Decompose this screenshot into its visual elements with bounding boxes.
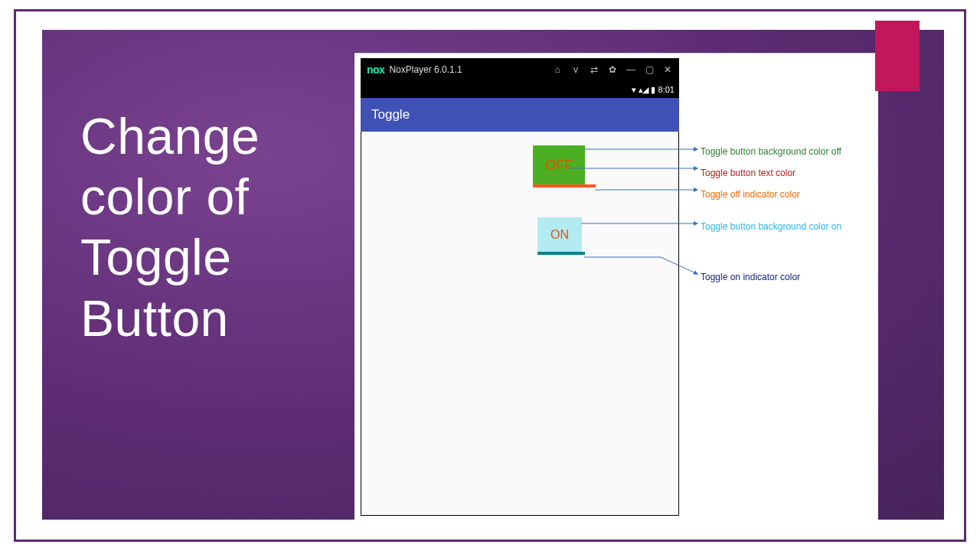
app-body: OFF ON [361, 132, 679, 516]
emulator-titlebar: nox NoxPlayer 6.0.1.1 ⌂ v ⇄ ✿ — ▢ ✕ [361, 58, 679, 81]
annotation-panel: nox NoxPlayer 6.0.1.1 ⌂ v ⇄ ✿ — ▢ ✕ ▾ ▴◢ [354, 53, 878, 520]
annotation-bg-on: Toggle button background color on [701, 221, 841, 233]
chevron-down-icon[interactable]: v [570, 64, 581, 75]
annotation-off-indicator: Toggle off indicator color [701, 189, 800, 201]
emulator-window: nox NoxPlayer 6.0.1.1 ⌂ v ⇄ ✿ — ▢ ✕ ▾ ▴◢ [361, 58, 679, 516]
minimize-icon[interactable]: — [626, 64, 636, 75]
decorative-tab [875, 21, 920, 91]
title-line-2: color of [80, 168, 249, 225]
wifi-icon: ▾ [632, 85, 635, 95]
toggle-off-label: OFF [545, 158, 573, 174]
home-icon[interactable]: ⌂ [552, 64, 563, 75]
shake-icon[interactable]: ⇄ [589, 64, 599, 75]
android-status-bar: ▾ ▴◢ ▮ 8:01 [361, 81, 679, 98]
toggle-button-on[interactable]: ON [537, 217, 582, 253]
nox-logo: nox [367, 64, 384, 76]
app-toolbar-title: Toggle [371, 107, 410, 122]
toggle-on-label: ON [550, 228, 569, 242]
maximize-icon[interactable]: ▢ [644, 64, 655, 75]
annotation-on-indicator: Toggle on indicator color [701, 272, 800, 284]
slide-frame: Change color of Toggle Button nox NoxPla… [14, 9, 966, 542]
emulator-title: NoxPlayer 6.0.1.1 [389, 64, 462, 75]
annotation-text-color: Toggle button text color [701, 168, 795, 180]
title-line-1: Change [80, 108, 260, 165]
toggle-on-indicator [537, 252, 585, 255]
title-line-4: Button [80, 290, 229, 347]
slide-background: Change color of Toggle Button nox NoxPla… [42, 30, 944, 520]
title-line-3: Toggle [80, 229, 232, 285]
gear-icon[interactable]: ✿ [607, 64, 618, 75]
toggle-off-indicator [533, 184, 596, 187]
toggle-button-off[interactable]: OFF [533, 145, 585, 185]
signal-icon: ▴◢ [639, 85, 648, 95]
app-toolbar: Toggle [361, 98, 679, 132]
clock-text: 8:01 [658, 85, 675, 94]
slide-title: Change color of Toggle Button [80, 106, 339, 349]
emulator-controls: ⌂ v ⇄ ✿ — ▢ ✕ [552, 64, 673, 75]
close-icon[interactable]: ✕ [662, 64, 673, 75]
annotation-bg-off: Toggle button background color off [701, 146, 841, 158]
battery-icon: ▮ [651, 85, 655, 95]
